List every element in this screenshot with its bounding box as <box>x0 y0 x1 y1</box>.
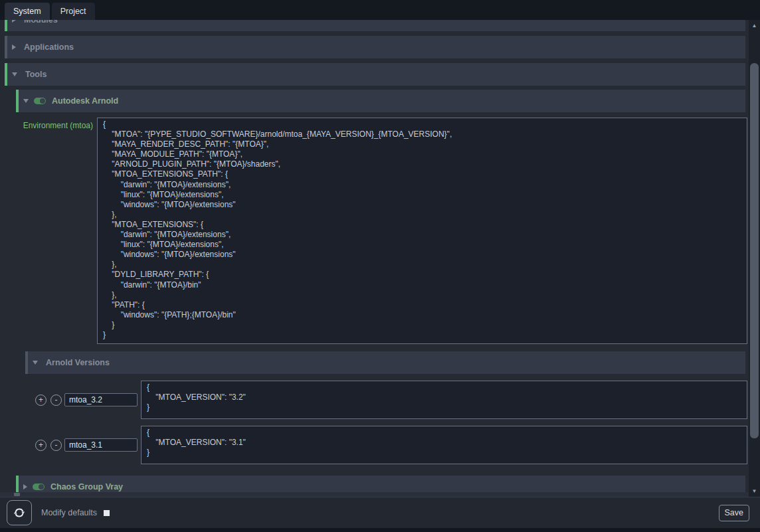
section-label: Applications <box>24 43 74 52</box>
collapse-arrow-icon[interactable] <box>23 484 27 489</box>
horizontal-scrollbar[interactable] <box>0 492 749 497</box>
modified-indicator <box>5 63 7 86</box>
modified-indicator <box>16 476 19 492</box>
expand-arrow-icon[interactable] <box>33 361 38 365</box>
modify-defaults-checkbox[interactable] <box>104 510 110 516</box>
environment-row: Environment (mtoa) { "MTOA": "{PYPE_STUD… <box>0 118 749 344</box>
section-tools[interactable]: Tools <box>5 63 745 86</box>
default-indicator <box>25 351 28 374</box>
remove-version-button[interactable]: - <box>50 440 62 451</box>
settings-scroll-area[interactable]: Modules Applications Tools Autodesk Arno… <box>0 20 749 492</box>
default-indicator <box>5 36 7 58</box>
refresh-button[interactable] <box>7 500 32 525</box>
section-chaos-group-vray[interactable]: Chaos Group Vray <box>16 476 745 492</box>
section-label: Chaos Group Vray <box>50 482 123 491</box>
tab-bar: System Project <box>0 0 760 20</box>
section-arnold-versions[interactable]: Arnold Versions <box>25 351 745 374</box>
footer-bar: Modify defaults Save <box>0 497 760 528</box>
section-label: Tools <box>25 70 47 79</box>
toggle-knob-icon <box>39 484 44 489</box>
settings-window: System Project Modules Applications Tool… <box>0 0 760 532</box>
section-label: Arnold Versions <box>46 358 110 367</box>
add-version-button[interactable]: + <box>35 440 47 451</box>
version-row: + - { "MTOA_VERSION": "3.2" } <box>0 381 749 419</box>
collapse-arrow-icon[interactable] <box>12 20 16 23</box>
modify-defaults-label: Modify defaults <box>41 508 97 517</box>
section-autodesk-arnold[interactable]: Autodesk Arnold <box>16 90 745 112</box>
horizontal-scrollbar-thumb[interactable] <box>14 493 20 496</box>
arnold-enabled-toggle[interactable] <box>34 98 46 104</box>
env-label: Environment (mtoa) <box>0 118 97 344</box>
expand-arrow-icon[interactable] <box>23 99 29 103</box>
save-button[interactable]: Save <box>719 505 750 521</box>
collapse-arrow-icon[interactable] <box>12 44 16 50</box>
modified-indicator <box>16 90 19 112</box>
version-json-editor[interactable]: { "MTOA_VERSION": "3.1" } <box>141 426 747 464</box>
refresh-icon <box>13 506 26 519</box>
expand-arrow-icon[interactable] <box>12 72 17 76</box>
vertical-scrollbar[interactable]: ▲ ▼ <box>749 20 760 497</box>
version-json-editor[interactable]: { "MTOA_VERSION": "3.2" } <box>141 381 747 419</box>
vray-enabled-toggle[interactable] <box>33 484 45 490</box>
env-json-editor[interactable]: { "MTOA": "{PYPE_STUDIO_SOFTWARE}/arnold… <box>97 118 747 344</box>
section-label: Modules <box>24 20 58 25</box>
modified-indicator <box>5 20 7 31</box>
window-bottom-edge <box>0 528 760 532</box>
scroll-up-icon[interactable]: ▲ <box>749 23 760 29</box>
scroll-down-icon[interactable]: ▼ <box>749 488 760 494</box>
tab-system[interactable]: System <box>5 3 50 20</box>
remove-version-button[interactable]: - <box>50 395 62 406</box>
version-name-input[interactable] <box>64 393 138 406</box>
section-applications[interactable]: Applications <box>5 36 745 58</box>
add-version-button[interactable]: + <box>35 395 47 406</box>
tab-project[interactable]: Project <box>52 3 95 20</box>
version-row: + - { "MTOA_VERSION": "3.1" } <box>0 426 749 464</box>
toggle-knob-icon <box>40 98 45 104</box>
section-modules[interactable]: Modules <box>5 20 745 31</box>
vertical-scrollbar-thumb[interactable] <box>750 63 759 438</box>
version-name-input[interactable] <box>64 438 138 452</box>
section-label: Autodesk Arnold <box>52 96 118 106</box>
